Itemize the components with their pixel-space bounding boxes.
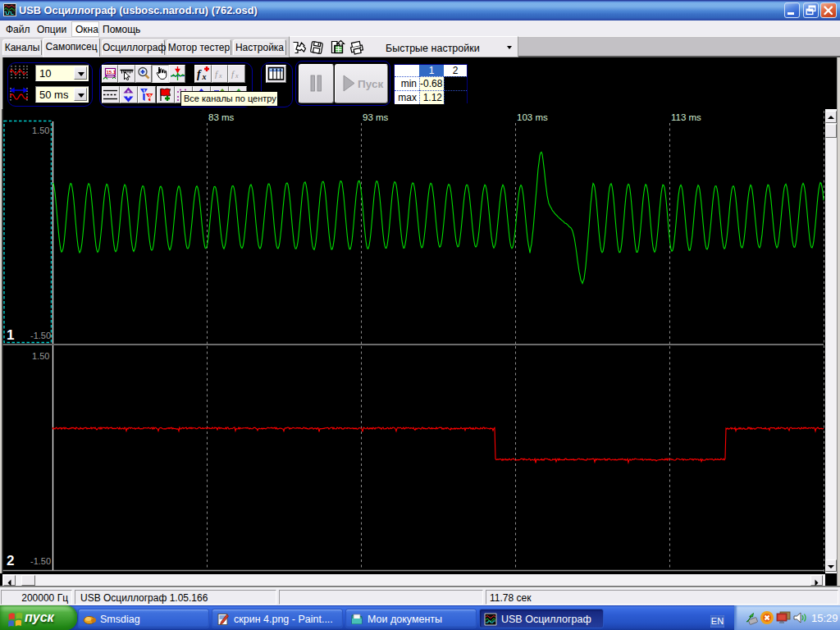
svg-text:1.50: 1.50 [32,351,49,361]
svg-text:-1.50: -1.50 [30,331,51,340]
svg-text:x: x [218,72,222,80]
svg-text:1.50: 1.50 [32,126,49,135]
svg-text:Пуск: Пуск [358,78,383,90]
svg-text:113 ms: 113 ms [671,112,701,122]
svg-text:2: 2 [148,93,152,98]
svg-text:1: 1 [143,88,146,94]
svg-text:-1.50: -1.50 [30,556,51,566]
svg-text:83 ms: 83 ms [208,112,235,122]
svg-text:93 ms: 93 ms [363,112,389,122]
svg-text:15.1: 15.1 [106,70,116,75]
svg-text:1: 1 [7,327,14,343]
svg-text:x: x [202,71,207,80]
svg-text:f: f [197,68,202,80]
svg-text:103 ms: 103 ms [517,112,548,122]
svg-text:x: x [235,72,239,80]
svg-text:2: 2 [7,553,14,568]
